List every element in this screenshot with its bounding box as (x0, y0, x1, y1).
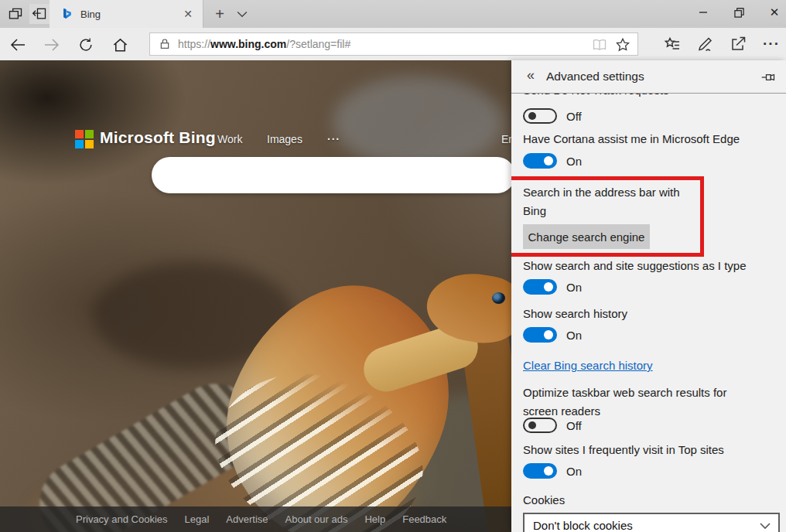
top-sites-label: Show sites I frequently visit in Top sit… (523, 443, 724, 456)
footer-link[interactable]: Feedback (402, 513, 446, 525)
window-minimize-button[interactable] (685, 0, 721, 25)
photo-blur-blob (333, 76, 503, 169)
cookies-selected-value: Don't block cookies (533, 519, 633, 532)
dnt-toggle[interactable] (523, 108, 557, 124)
numbat-eye (492, 292, 505, 304)
set-tabs-aside-icon[interactable] (29, 4, 50, 24)
address-bar[interactable]: https://www.bing.com/?setlang=fil# (149, 32, 638, 56)
window-restore-button[interactable] (721, 0, 757, 25)
change-search-engine-button[interactable]: Change search engine (523, 224, 650, 249)
chevron-down-icon (760, 523, 771, 530)
tab-bar: Bing ✕ + ✕ (0, 0, 786, 28)
annotate-pen-icon[interactable] (695, 35, 716, 53)
back-icon[interactable] (7, 34, 29, 56)
footer-link[interactable]: Privacy and Cookies (76, 513, 168, 525)
window-close-button[interactable]: ✕ (757, 0, 786, 25)
home-icon[interactable] (109, 34, 131, 56)
advanced-settings-panel: Send Do Not Track requests « Advanced se… (511, 60, 786, 532)
navigation-toolbar: https://www.bing.com/?setlang=fil# (0, 28, 786, 60)
footer-link[interactable]: Legal (185, 513, 210, 525)
cortana-label: Have Cortana assist me in Microsoft Edge (523, 132, 740, 145)
panel-header: « Advanced settings (511, 60, 786, 94)
cortana-toggle[interactable] (523, 153, 557, 169)
cookies-dropdown[interactable]: Don't block cookies (523, 513, 780, 532)
hub-favorites-icon[interactable] (662, 35, 682, 53)
suggestions-label: Show search and site suggestions as I ty… (523, 259, 747, 272)
new-tab-icon[interactable]: + (210, 5, 229, 23)
nav-images-link[interactable]: Images (267, 133, 302, 145)
footer-link[interactable]: Advertise (226, 513, 268, 525)
tab-title: Bing (80, 9, 101, 20)
suggestions-state: On (566, 281, 582, 294)
top-sites-toggle[interactable] (523, 463, 557, 479)
tab-close-icon[interactable]: ✕ (181, 7, 195, 21)
screen-reader-toggle[interactable] (523, 418, 557, 433)
search-history-label: Show search history (523, 307, 627, 320)
panel-title: Advanced settings (546, 70, 644, 84)
favorite-star-icon[interactable] (614, 36, 631, 53)
panel-back-icon[interactable]: « (527, 67, 535, 84)
url-text: https://www.bing.com/?setlang=fil# (178, 38, 350, 50)
edge-browser-window: Bing ✕ + ✕ (0, 0, 786, 532)
suggestions-toggle[interactable] (523, 279, 557, 295)
footer-link[interactable]: About our ads (285, 513, 348, 525)
screen-reader-label: Optimize taskbar web search results for … (523, 384, 755, 421)
search-history-toggle[interactable] (523, 327, 557, 343)
more-options-icon[interactable]: ··· (761, 35, 781, 53)
dnt-state: Off (566, 110, 582, 123)
bing-search-input[interactable] (152, 157, 515, 193)
screen-reader-state: Off (566, 419, 582, 432)
forward-icon[interactable] (41, 34, 63, 56)
search-history-state: On (566, 329, 582, 342)
lock-icon (159, 37, 171, 51)
panel-pin-icon[interactable] (760, 70, 776, 85)
cookies-label: Cookies (523, 493, 565, 506)
reading-view-icon[interactable] (591, 37, 608, 53)
nav-work-link[interactable]: Work (217, 133, 242, 145)
tab-preview-icon[interactable] (5, 4, 26, 24)
microsoft-logo-icon[interactable] (75, 130, 94, 148)
refresh-icon[interactable] (75, 34, 97, 56)
share-icon[interactable] (728, 35, 748, 53)
tab-list-chevron-icon[interactable] (234, 6, 251, 23)
footer-link[interactable]: Help (364, 513, 385, 525)
bing-brand-title[interactable]: Microsoft Bing (100, 128, 216, 147)
cortana-state: On (566, 155, 582, 168)
clear-bing-history-link[interactable]: Clear Bing search history (523, 359, 653, 372)
bing-favicon-icon (60, 7, 73, 21)
browser-tab[interactable]: Bing ✕ (50, 0, 203, 28)
nav-more-icon[interactable]: ··· (327, 133, 340, 145)
top-sites-state: On (566, 465, 582, 478)
